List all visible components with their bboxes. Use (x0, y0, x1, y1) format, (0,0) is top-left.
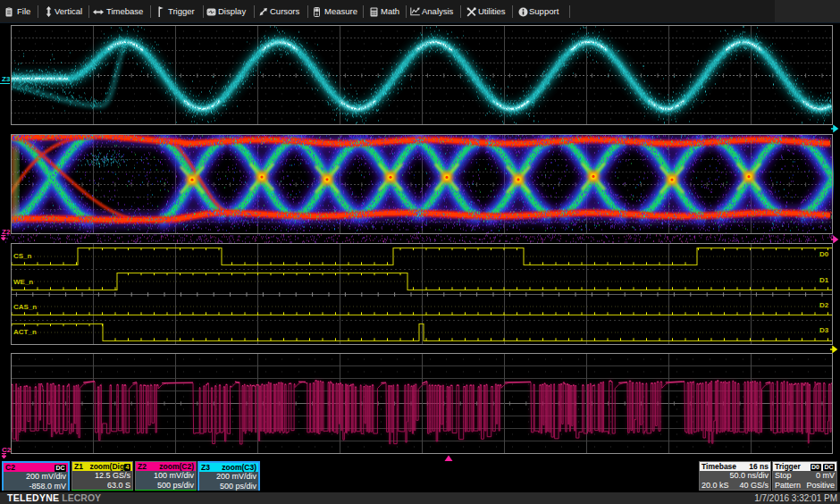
svg-text:D2: D2 (819, 301, 829, 309)
svg-text:D3: D3 (819, 326, 829, 334)
svg-text:ACT_n: ACT_n (13, 328, 37, 336)
svg-text:D1: D1 (819, 276, 829, 284)
svg-text:CS_n: CS_n (13, 252, 32, 260)
svg-text:CAS_n: CAS_n (13, 303, 37, 311)
svg-text:Z3: Z3 (2, 75, 11, 83)
svg-text:WE_n: WE_n (13, 278, 33, 286)
svg-text:Z2: Z2 (2, 228, 11, 236)
svg-text:C2: C2 (2, 446, 12, 454)
svg-text:D0: D0 (819, 250, 829, 258)
